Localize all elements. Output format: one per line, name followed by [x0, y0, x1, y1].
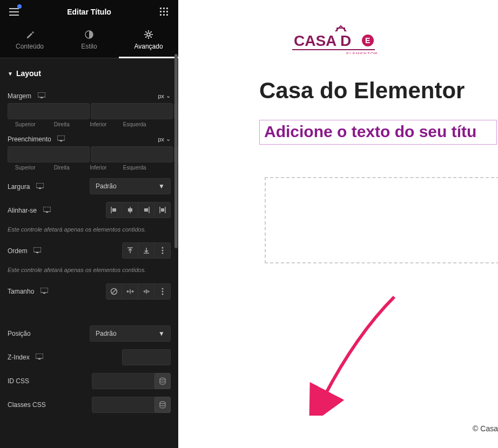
svg-rect-18 — [46, 212, 48, 213]
svg-rect-14 — [60, 140, 62, 141]
annotation-arrow — [302, 291, 405, 416]
align-center-button[interactable] — [122, 202, 138, 218]
align-start-button[interactable] — [106, 202, 122, 218]
margin-label: Margem — [8, 92, 31, 100]
size-more-button[interactable] — [154, 283, 171, 300]
css-classes-label: Classes CSS — [8, 401, 46, 409]
responsive-icon[interactable] — [38, 92, 45, 98]
svg-rect-24 — [144, 208, 148, 212]
margin-right-label: Direita — [44, 121, 80, 127]
padding-top-label: Superior — [8, 165, 43, 171]
empty-section-placeholder[interactable] — [265, 177, 498, 263]
padding-unit-select[interactable]: px⌄ — [158, 135, 171, 142]
notification-dot — [17, 4, 22, 9]
tab-advanced-label: Avançado — [134, 43, 163, 50]
margin-bottom-label: Inferior — [80, 121, 116, 127]
order-last-button[interactable] — [138, 242, 154, 259]
scrollbar[interactable] — [174, 54, 178, 448]
align-end-button[interactable] — [138, 202, 154, 218]
svg-rect-17 — [43, 207, 51, 212]
svg-rect-36 — [43, 293, 45, 294]
svg-rect-28 — [33, 247, 41, 252]
size-label: Tamanho — [8, 288, 34, 295]
size-grow-button[interactable] — [122, 283, 138, 300]
margin-right-input[interactable] — [91, 103, 173, 119]
zindex-label: Z-Index — [8, 354, 30, 361]
svg-rect-47 — [38, 358, 41, 359]
svg-rect-16 — [39, 188, 41, 189]
tab-content[interactable]: Conteúdo — [0, 24, 59, 58]
responsive-icon[interactable] — [41, 288, 48, 294]
svg-rect-11 — [38, 92, 45, 97]
margin-top-label: Superior — [8, 121, 43, 127]
zindex-input[interactable] — [122, 349, 171, 365]
heading-widget[interactable]: Adicione o texto do seu títu — [259, 120, 497, 145]
svg-rect-29 — [36, 252, 38, 253]
site-logo: CASA D E ELEMENTOR — [178, 0, 498, 67]
order-more-button[interactable] — [154, 242, 171, 259]
padding-left-label: Esquerda — [117, 165, 153, 171]
footer-copyright: © Casa — [473, 424, 498, 433]
svg-rect-13 — [57, 135, 65, 140]
order-help-text: Este controle afetará apenas os elemento… — [8, 266, 171, 274]
svg-rect-20 — [112, 208, 116, 212]
heading-text: Adicione o texto do seu títu — [264, 123, 476, 140]
svg-point-32 — [161, 247, 163, 249]
menu-button[interactable] — [8, 5, 21, 18]
responsive-icon[interactable] — [36, 354, 43, 359]
responsive-icon[interactable] — [33, 247, 41, 253]
padding-right-input[interactable] — [91, 146, 173, 162]
svg-text:CASA D: CASA D — [294, 32, 351, 49]
margin-unit-select[interactable]: px⌄ — [158, 92, 171, 99]
svg-point-34 — [161, 253, 163, 254]
position-select[interactable]: Padrão▼ — [90, 325, 171, 342]
responsive-icon[interactable] — [36, 183, 44, 189]
svg-rect-2 — [166, 8, 168, 9]
size-shrink-button[interactable] — [138, 283, 154, 300]
svg-rect-27 — [161, 208, 164, 212]
tab-advanced[interactable]: Avançado — [119, 24, 178, 58]
responsive-icon[interactable] — [57, 135, 65, 141]
svg-rect-6 — [160, 14, 161, 16]
size-none-button[interactable] — [106, 283, 122, 300]
css-classes-input[interactable] — [92, 397, 157, 413]
svg-point-10 — [147, 33, 150, 36]
width-select[interactable]: Padrão▼ — [90, 178, 171, 194]
align-stretch-button[interactable] — [154, 202, 171, 218]
svg-rect-5 — [166, 11, 168, 12]
svg-rect-15 — [36, 183, 44, 188]
widgets-grid-button[interactable] — [158, 5, 171, 18]
css-classes-dynamic-button[interactable] — [154, 397, 171, 413]
svg-rect-0 — [160, 8, 161, 9]
page-title: Casa do Elementor — [259, 78, 498, 104]
svg-rect-1 — [163, 8, 165, 9]
responsive-icon[interactable] — [43, 207, 51, 213]
svg-text:ELEMENTOR: ELEMENTOR — [346, 51, 378, 54]
svg-rect-8 — [166, 14, 168, 16]
margin-top-input[interactable] — [8, 103, 90, 119]
caret-down-icon: ▼ — [8, 71, 13, 77]
panel-title: Editar Título — [67, 8, 111, 16]
svg-rect-35 — [41, 288, 48, 293]
section-layout-toggle[interactable]: ▼ Layout — [8, 65, 171, 85]
svg-rect-22 — [128, 208, 132, 212]
order-label: Ordem — [8, 247, 28, 255]
padding-top-input[interactable] — [8, 146, 90, 162]
align-label: Alinhar-se — [8, 207, 37, 214]
tab-style[interactable]: Estilo — [59, 24, 119, 58]
svg-rect-3 — [160, 11, 161, 12]
svg-rect-46 — [36, 354, 43, 358]
css-id-input[interactable] — [92, 373, 157, 389]
svg-text:E: E — [365, 36, 370, 45]
margin-left-label: Esquerda — [117, 121, 153, 127]
tab-content-label: Conteúdo — [16, 43, 44, 50]
svg-line-38 — [112, 289, 116, 294]
svg-rect-7 — [163, 14, 165, 16]
svg-point-33 — [161, 250, 163, 252]
css-id-dynamic-button[interactable] — [154, 373, 171, 389]
padding-right-label: Direita — [44, 165, 80, 171]
svg-rect-12 — [41, 97, 43, 98]
section-layout-title: Layout — [16, 69, 41, 78]
order-first-button[interactable] — [122, 242, 138, 259]
editor-canvas[interactable]: CASA D E ELEMENTOR Casa do Elementor Adi… — [178, 0, 498, 448]
